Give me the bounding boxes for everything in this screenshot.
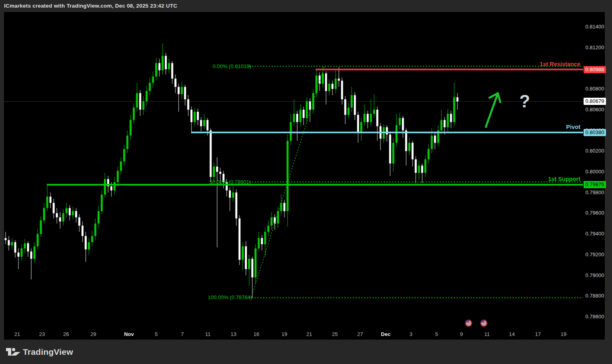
candle-body (200, 120, 202, 127)
candle-body (415, 159, 417, 173)
candle-body (197, 112, 199, 120)
level-label-pivot: Pivot (566, 124, 580, 130)
x-axis-label: 17 (529, 331, 547, 338)
x-axis-label: 3 (402, 331, 420, 338)
candle-body (24, 243, 26, 248)
x-axis-label: 16 (247, 331, 266, 338)
candle-body (79, 217, 81, 226)
candle-body (66, 208, 68, 213)
candle-body (245, 246, 247, 269)
candle-body (434, 136, 436, 143)
x-axis-label: 21 (300, 331, 318, 338)
candlestick-chart[interactable] (0, 0, 612, 364)
x-axis-label: 19 (554, 331, 573, 338)
candle-body (248, 259, 250, 269)
candle-body (239, 218, 241, 259)
candle-body (271, 217, 273, 226)
candle-body (341, 80, 343, 99)
candle-body (229, 191, 231, 198)
candle-body (268, 225, 270, 232)
x-axis-label: 19 (275, 331, 294, 338)
candle-body (402, 118, 404, 131)
candle-body (216, 167, 218, 172)
candle-body (143, 101, 145, 110)
x-axis-label: 5 (427, 331, 446, 338)
x-axis-label: Nov (120, 331, 138, 338)
candle-body (62, 213, 64, 221)
candle-body (75, 211, 77, 217)
y-axis-label: 0.79600 (584, 209, 606, 217)
candle-body (37, 234, 39, 246)
y-axis-label: 0.79800 (584, 189, 606, 196)
candle-body (95, 223, 97, 236)
candle-body (405, 131, 407, 151)
candle-body (303, 110, 305, 118)
candle-body (306, 101, 308, 118)
candle-body (8, 240, 10, 245)
candle-body (181, 87, 183, 94)
candle-body (370, 114, 372, 122)
candle-body (210, 131, 212, 177)
candle-body (393, 143, 395, 164)
candle-body (130, 120, 132, 136)
candle-body (360, 122, 362, 133)
x-axis-label: 11 (478, 331, 496, 338)
candle-body (72, 211, 74, 215)
candle-body (101, 195, 103, 211)
candle-body (409, 143, 411, 151)
y-axis-label: 0.79400 (584, 230, 606, 237)
x-axis-label: 27 (351, 331, 369, 338)
candle-body (5, 238, 7, 240)
us-flag-event-icon[interactable] (481, 320, 487, 326)
candle-body (117, 171, 119, 182)
tradingview-watermark[interactable]: TradingView (6, 345, 73, 359)
candle-body (213, 167, 215, 177)
y-axis-label: 0.80600 (584, 106, 606, 113)
candle-body (178, 87, 180, 94)
level-label-1st-support: 1st Support (548, 176, 580, 182)
candle-body (296, 114, 298, 122)
price-tag: 0.80988 (584, 66, 606, 73)
candle-body (373, 110, 375, 114)
us-flag-event-icon[interactable] (465, 320, 472, 326)
candle-body (441, 120, 443, 131)
candle-body (85, 236, 87, 249)
x-axis-label: Dec (376, 331, 395, 338)
candle-body (133, 108, 135, 120)
candle-body (335, 78, 337, 89)
candle-body (184, 87, 186, 99)
candle-body (194, 112, 196, 122)
chart-canvas (4, 12, 605, 340)
candle-body (127, 136, 129, 149)
candle-body (290, 122, 292, 141)
candle-body (428, 149, 430, 159)
candle-body (165, 56, 167, 69)
fib-level-label: 50.00% (0.79901) (209, 179, 251, 185)
candle-body (280, 203, 282, 211)
candle-body (187, 99, 189, 110)
candle-body (364, 114, 366, 122)
candle-body (171, 63, 173, 79)
candle-body (284, 203, 286, 211)
candle-body (11, 242, 13, 245)
candle-body (149, 83, 151, 91)
candle-body (34, 246, 36, 259)
candle-body (191, 110, 193, 122)
candle-body (252, 259, 254, 278)
candle-body (444, 120, 446, 127)
candle-body (367, 114, 369, 122)
candle-body (53, 203, 55, 213)
fib-level-label: 100.00% (0.78784) (208, 294, 252, 301)
candle-body (319, 76, 321, 84)
tradingview-chart-page: ICmarkets created with TradingView.com, … (0, 0, 612, 364)
y-axis-label: 0.79200 (584, 251, 606, 258)
candle-body (447, 114, 449, 127)
candle-body (386, 127, 388, 135)
price-tag: 0.80679 (584, 98, 606, 105)
candle-body (59, 217, 61, 221)
candle-body (354, 95, 356, 115)
candle-body (421, 165, 423, 173)
candle-body (232, 193, 234, 198)
candle-body (120, 161, 122, 171)
candle-body (242, 246, 244, 260)
